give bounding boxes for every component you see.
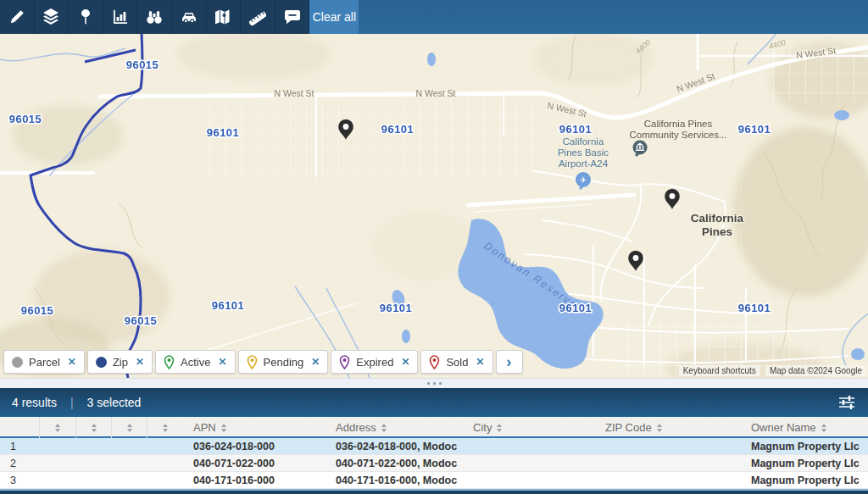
table-row[interactable]: 2 040-071-022-000 040-071-022-000, Modoc… (0, 455, 868, 472)
sliders-icon (837, 395, 856, 410)
sort-icon (163, 424, 168, 432)
layers-tool-button[interactable] (35, 0, 70, 34)
parcel-dot-icon (12, 357, 23, 368)
chip-label: Pending (264, 356, 304, 369)
sold-pin-icon (429, 355, 440, 369)
header-sort-col-1[interactable] (39, 417, 75, 438)
keyboard-shortcuts-button[interactable]: Keyboard shortcuts (679, 365, 760, 376)
filter-chip-expired[interactable]: Expired ✕ (331, 350, 418, 374)
header-sort-col-2[interactable] (75, 417, 111, 438)
cell-owner: Magnum Property Llc (741, 475, 868, 486)
row-number: 3 (0, 475, 39, 486)
header-sort-col-4[interactable] (147, 417, 183, 438)
cell-owner: Magnum Property Llc (741, 441, 868, 452)
clear-all-button[interactable]: Clear all (309, 0, 359, 34)
chart-tool-button[interactable] (103, 0, 138, 34)
header-address[interactable]: Address (326, 417, 463, 438)
results-count: 4 results (12, 396, 57, 409)
header-zip[interactable]: ZIP Code (595, 417, 741, 438)
pencil-icon (8, 8, 25, 25)
sort-icon (657, 424, 662, 432)
table-row[interactable]: 1 036-024-018-000 036-024-018-000, Modoc… (0, 438, 868, 455)
filter-chip-parcel[interactable]: Parcel ✕ (3, 350, 85, 374)
expired-pin-icon (339, 355, 350, 369)
row-number: 2 (0, 458, 39, 469)
pin-tool-button[interactable] (69, 0, 103, 34)
comment-tool-button[interactable] (275, 0, 310, 34)
map-data-copyright: Map data ©2024 Google (765, 365, 866, 376)
sort-icon (221, 424, 226, 432)
table-row[interactable]: 3 040-171-016-000 040-171-016-000, Modoc… (0, 472, 868, 489)
sort-icon (381, 424, 387, 432)
header-sort-col-3[interactable] (111, 417, 147, 438)
svg-text:96101: 96101 (559, 123, 593, 136)
map-icon (214, 8, 231, 25)
measure-tool-button[interactable] (241, 0, 275, 34)
chip-label: Zip (113, 356, 128, 369)
remove-chip-icon[interactable]: ✕ (68, 356, 76, 368)
filter-chip-active[interactable]: Active ✕ (155, 350, 235, 374)
header-owner[interactable]: Owner Name (741, 417, 868, 438)
lookup-tool-button[interactable] (137, 0, 172, 34)
svg-text:96101: 96101 (207, 126, 240, 139)
sort-icon (55, 424, 60, 432)
active-pin-icon (164, 355, 175, 369)
remove-chip-icon[interactable]: ✕ (311, 356, 320, 368)
header-city[interactable]: City (463, 417, 595, 438)
table-settings-button[interactable] (837, 395, 856, 410)
remove-chip-icon[interactable]: ✕ (401, 356, 409, 368)
map-container: Donovan Reservoir N West St N West St N … (0, 34, 868, 378)
drive-time-tool-button[interactable] (172, 0, 207, 34)
toolbar-extension (359, 0, 868, 34)
filter-chip-sold[interactable]: Sold ✕ (420, 350, 492, 374)
header-apn[interactable]: APN (183, 417, 326, 438)
remove-chip-icon[interactable]: ✕ (476, 356, 484, 368)
chips-next-button[interactable]: › (496, 350, 523, 374)
cell-owner: Magnum Property Llc (741, 458, 868, 469)
map-tool-button[interactable] (207, 0, 242, 34)
push-pin-icon (77, 8, 94, 25)
car-icon (181, 8, 198, 25)
sort-icon (821, 424, 826, 432)
chevron-right-icon: › (506, 352, 511, 371)
svg-text:96015: 96015 (21, 304, 54, 317)
row-number: 1 (0, 441, 39, 452)
svg-text:California: California (563, 136, 604, 147)
svg-text:96101: 96101 (559, 302, 593, 314)
svg-text:N West St: N West St (415, 88, 455, 98)
drag-dots-icon (427, 382, 430, 385)
filter-chip-pending[interactable]: Pending ✕ (238, 350, 329, 374)
chip-label: Sold (446, 356, 468, 369)
remove-chip-icon[interactable]: ✕ (218, 356, 226, 368)
layers-icon (42, 8, 59, 26)
svg-text:California: California (691, 212, 744, 225)
filter-chip-zip[interactable]: Zip ✕ (87, 350, 153, 374)
cell-apn: 040-171-016-000 (183, 475, 326, 486)
svg-text:96015: 96015 (126, 58, 159, 71)
ruler-icon (249, 8, 266, 25)
remove-chip-icon[interactable]: ✕ (136, 356, 144, 368)
svg-text:Airport-A24: Airport-A24 (559, 158, 609, 169)
header-blank (0, 417, 39, 438)
results-divider: | (70, 396, 74, 409)
svg-text:96015: 96015 (125, 314, 158, 327)
zip-dot-icon (96, 357, 107, 368)
chip-label: Active (181, 356, 210, 369)
svg-text:96015: 96015 (9, 113, 42, 125)
selected-count: 3 selected (87, 396, 142, 409)
panel-resize-handle[interactable] (0, 378, 868, 388)
results-bar: 4 results | 3 selected (0, 388, 868, 417)
svg-text:N West St: N West St (274, 88, 314, 98)
results-table: APN Address City ZIP Code Owner Name 1 0… (0, 417, 868, 489)
app-window: Donovan Reservoir N West St N West St N … (0, 0, 868, 494)
map-canvas[interactable]: Donovan Reservoir N West St N West St N … (0, 34, 868, 378)
comment-icon (284, 8, 301, 25)
binoculars-icon (146, 8, 163, 25)
pending-pin-icon (247, 355, 258, 369)
sort-icon (497, 424, 502, 432)
map-attribution: Keyboard shortcuts Map data ©2024 Google (679, 365, 866, 376)
bar-chart-icon (112, 8, 129, 25)
table-bottom-border (0, 489, 868, 494)
svg-text:Pines: Pines (702, 225, 732, 238)
draw-tool-button[interactable] (0, 0, 35, 34)
